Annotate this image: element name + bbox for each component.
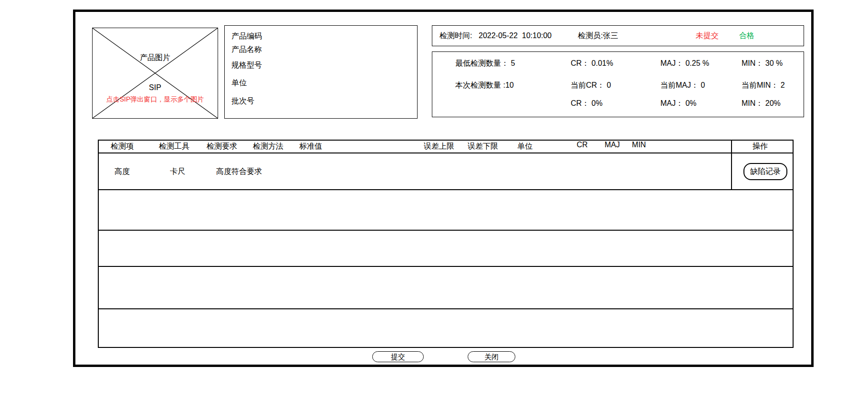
header-upper-limit: 误差上限: [424, 141, 454, 152]
header-item: 检测项: [111, 141, 134, 152]
image-placeholder-cross-icon: [93, 28, 218, 118]
inspection-table: 检测项 检测工具 检测要求 检测方法 标准值 误差上限 误差下限 单位 CR M…: [98, 140, 794, 348]
stat-current-cr: 当前CR： 0: [571, 80, 611, 91]
field-label-product-code: 产品编码: [231, 31, 262, 41]
submit-button[interactable]: 提交: [372, 351, 424, 362]
product-info-panel: 产品编码 产品名称 规格型号 单位 批次号: [224, 25, 418, 119]
submit-status-badge: 未提交: [696, 26, 719, 45]
table-row: 高度 卡尺 高度符合要求 缺陷记录: [99, 153, 793, 190]
header-cr: CR: [576, 140, 587, 150]
header-standard: 标准值: [299, 141, 322, 152]
table-row-empty: [99, 190, 793, 231]
stat-min-qty: 最低检测数量： 5: [455, 58, 515, 69]
header-method: 检测方法: [253, 141, 283, 152]
cell-item: 高度: [115, 166, 130, 176]
stat-cr-rate: CR： 0%: [571, 98, 603, 109]
inspection-window: 产品图片 SIP 点击SIP弹出窗口，显示多个图片 产品编码 产品名称 规格型号…: [73, 10, 814, 367]
stat-maj-limit: MAJ： 0.25 %: [660, 58, 709, 69]
stats-panel: 最低检测数量： 5 CR： 0.01% MAJ： 0.25 % MIN： 30 …: [432, 51, 804, 117]
result-status-badge: 合格: [739, 26, 754, 45]
table-row-empty: [99, 309, 793, 347]
header-unit: 单位: [517, 141, 533, 152]
product-image-label: 产品图片: [93, 53, 218, 63]
inspection-time-label: 检测时间:: [439, 26, 472, 45]
stat-current-min: 当前MIN： 2: [742, 80, 785, 91]
header-tool: 检测工具: [159, 141, 189, 152]
product-image-placeholder[interactable]: 产品图片 SIP 点击SIP弹出窗口，显示多个图片: [92, 28, 218, 119]
inspector-name: 检测员:张三: [578, 26, 618, 45]
stat-maj-rate: MAJ： 0%: [660, 98, 697, 109]
stat-current-maj: 当前MAJ： 0: [660, 80, 705, 91]
field-label-spec-model: 规格型号: [231, 61, 262, 70]
inspection-header: 检测时间: 2022-05-22 10:10:00 检测员:张三 未提交 合格: [432, 25, 804, 46]
header-requirement: 检测要求: [207, 141, 237, 152]
table-row-empty: [99, 267, 793, 309]
field-label-batch-number: 批次号: [231, 96, 254, 106]
header-lower-limit: 误差下限: [468, 141, 498, 152]
header-action: 操作: [753, 141, 768, 152]
field-label-unit: 单位: [231, 78, 247, 88]
field-label-product-name: 产品名称: [231, 45, 262, 54]
cell-requirement: 高度符合要求: [216, 166, 262, 176]
cell-tool: 卡尺: [170, 166, 185, 176]
stat-cr-limit: CR： 0.01%: [571, 58, 613, 69]
header-min: MIN: [632, 140, 646, 150]
header-maj: MAJ: [605, 140, 620, 150]
stat-min-limit: MIN： 30 %: [742, 58, 783, 69]
sip-note: 点击SIP弹出窗口，显示多个图片: [93, 95, 218, 104]
sip-link[interactable]: SIP: [93, 83, 218, 92]
inspection-time-value: 2022-05-22 10:10:00: [479, 26, 552, 45]
table-header-row: 检测项 检测工具 检测要求 检测方法 标准值 误差上限 误差下限 单位 CR M…: [99, 141, 793, 153]
stat-min-rate: MIN： 20%: [742, 98, 781, 109]
stat-current-qty: 本次检测数量 :10: [455, 80, 514, 91]
defect-record-button[interactable]: 缺陷记录: [743, 163, 787, 180]
table-row-empty: [99, 231, 793, 267]
close-button[interactable]: 关闭: [468, 351, 515, 362]
